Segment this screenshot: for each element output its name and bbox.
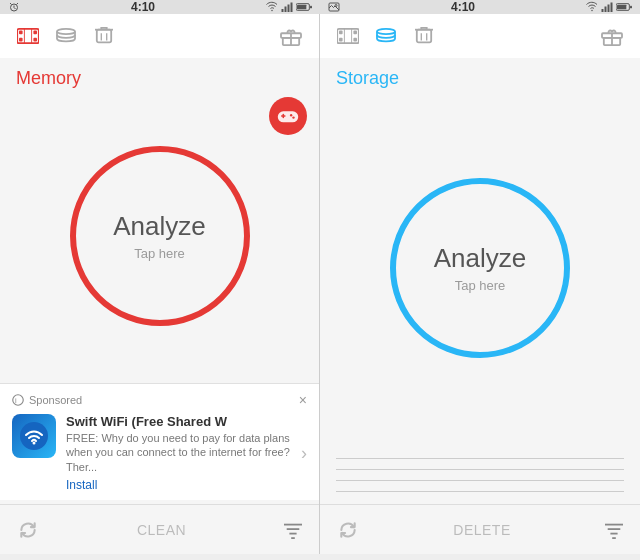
svg-point-36 [292,116,294,118]
storage-analyze-label: Analyze [434,243,527,274]
gift-icon-storage[interactable] [600,26,624,46]
storage-tab-memory[interactable] [54,26,78,46]
svg-rect-15 [611,3,613,13]
storage-tap-label: Tap here [455,278,506,293]
film-tab-storage[interactable] [336,26,360,46]
memory-action-bar: CLEAN [0,504,319,554]
gamepad-icon [277,107,299,125]
storage-lines-area [320,446,640,504]
memory-toolbar [0,14,319,58]
nav-bar-right: ◁ ○ □ [320,554,640,560]
storage-toolbar [320,14,640,58]
gift-icon-memory[interactable] [279,26,303,46]
svg-rect-3 [285,7,287,13]
ad-wifi-icon [19,421,49,451]
ad-description: FREE: Why do you need to pay for data pl… [66,431,291,474]
svg-rect-20 [19,31,23,35]
filter-icon-left [282,521,304,539]
alarm-icon [8,1,20,13]
trash-tab-memory[interactable] [92,26,116,46]
wifi-icon-right [586,1,598,13]
svg-rect-12 [602,9,604,12]
memory-analyze-area: Analyze Tap here [0,89,319,383]
storage-analyze-area: Analyze Tap here [320,89,640,446]
film-tab-memory[interactable] [16,26,40,46]
svg-point-40 [33,442,36,445]
ad-text: Swift WiFi (Free Shared W FREE: Why do y… [66,414,291,492]
recents-button-right[interactable]: □ [569,554,605,560]
svg-rect-2 [282,9,284,12]
svg-rect-49 [353,38,357,42]
svg-rect-32 [278,111,298,122]
signal-icon-right [601,1,613,13]
svg-rect-18 [630,6,632,9]
svg-rect-22 [19,38,23,42]
svg-rect-4 [288,5,290,13]
ad-banner: i Sponsored × Swift WiFi [0,383,319,500]
svg-rect-5 [291,3,293,13]
storage-title: Storage [320,58,640,89]
image-icon [328,1,340,13]
ad-app-icon [12,414,56,458]
status-time-left: 4:10 [131,0,155,14]
back-button-right[interactable]: ◁ [355,554,391,560]
ad-close-button[interactable]: × [299,392,307,408]
svg-point-52 [377,29,395,34]
back-button-left[interactable]: ◁ [35,554,71,560]
recents-button-left[interactable]: □ [249,554,285,560]
clean-button[interactable]: CLEAN [48,512,275,548]
svg-rect-8 [310,6,312,9]
status-bar-right: 4:10 [320,0,640,14]
storage-tab-storage[interactable] [374,26,398,46]
svg-rect-48 [339,38,343,42]
storage-line-3 [336,480,624,481]
storage-line-4 [336,491,624,492]
wifi-icon-left [266,1,278,13]
home-button-left[interactable]: ○ [142,554,178,560]
storage-line-1 [336,458,624,459]
memory-panel: Memory Analyze Tap here [0,14,320,554]
storage-refresh-button[interactable] [328,510,368,550]
signal-icon-left [281,1,293,13]
svg-rect-34 [283,114,285,119]
memory-analyze-label: Analyze [113,211,206,242]
storage-panel: Storage Analyze Tap here [320,14,640,554]
svg-rect-23 [33,38,37,42]
filter-icon-right [603,521,625,539]
svg-rect-46 [339,31,343,35]
delete-button[interactable]: DELETE [368,512,596,548]
trash-tab-storage[interactable] [412,26,436,46]
status-bar-left: 4:10 [0,0,320,14]
svg-rect-17 [617,5,626,10]
svg-rect-53 [417,30,431,43]
status-time-right: 4:10 [451,0,475,14]
nav-bar-left: ◁ ○ □ [0,554,320,560]
battery-icon-right [616,2,632,12]
svg-rect-13 [605,7,607,13]
svg-rect-14 [608,5,610,13]
svg-point-11 [591,10,593,12]
filter-button-left[interactable] [275,512,311,548]
svg-rect-21 [33,31,37,35]
ad-sponsored-label: i Sponsored [12,394,82,406]
storage-analyze-button[interactable]: Analyze Tap here [390,178,570,358]
game-badge[interactable] [269,97,307,135]
ad-install-button[interactable]: Install [66,478,291,492]
memory-refresh-button[interactable] [8,510,48,550]
svg-text:i: i [15,396,17,405]
svg-point-26 [57,29,75,34]
filter-button-right[interactable] [596,512,632,548]
memory-title: Memory [0,58,319,89]
ad-title: Swift WiFi (Free Shared W [66,414,291,429]
sponsored-icon: i [12,394,24,406]
refresh-icon-left [18,520,38,540]
memory-analyze-button[interactable]: Analyze Tap here [70,146,250,326]
svg-point-10 [335,5,337,7]
svg-rect-47 [353,31,357,35]
svg-rect-7 [297,5,306,10]
refresh-icon-right [338,520,358,540]
storage-line-2 [336,469,624,470]
home-button-right[interactable]: ○ [462,554,498,560]
svg-rect-27 [97,30,111,43]
memory-tap-label: Tap here [134,246,185,261]
